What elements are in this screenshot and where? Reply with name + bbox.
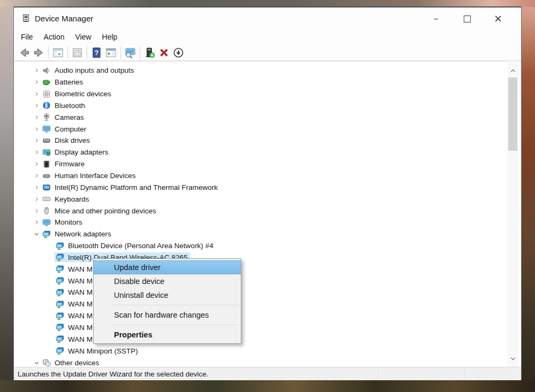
tree-item-content[interactable]: Network adapters: [41, 229, 113, 239]
tree-item[interactable]: Cameras: [14, 111, 506, 123]
tree-item-content[interactable]: Computer: [41, 124, 88, 134]
tree-item[interactable]: Computer: [14, 123, 506, 135]
chevron-right-icon[interactable]: [32, 101, 41, 110]
close-button[interactable]: ×: [483, 7, 514, 29]
context-menu-uninstall-device[interactable]: Uninstall device: [94, 288, 241, 302]
tree-item-content[interactable]: Bluetooth: [41, 101, 87, 110]
tree-item-content[interactable]: Bluetooth Device (Personal Area Network)…: [55, 241, 216, 251]
tree-item[interactable]: Disk drives: [14, 135, 506, 147]
tree-item[interactable]: Biometric devices: [14, 88, 506, 100]
properties-icon[interactable]: [70, 45, 85, 60]
action-pane-icon[interactable]: [104, 45, 118, 60]
tree-item-content[interactable]: Firmware: [41, 159, 87, 169]
tree-item-content[interactable]: Human Interface Devices: [41, 171, 138, 181]
tree-item[interactable]: Bluetooth: [14, 100, 506, 112]
tree-item[interactable]: Bluetooth Device (Personal Area Network)…: [14, 240, 506, 252]
vertical-scrollbar[interactable]: [507, 61, 518, 367]
uninstall-device-icon[interactable]: [157, 45, 171, 60]
context-menu-update-driver[interactable]: Update driver: [94, 260, 241, 274]
tree-item-content[interactable]: WAN M: [55, 311, 95, 321]
tree-item[interactable]: WAN Miniport (SSTP): [14, 345, 506, 357]
chevron-right-icon[interactable]: [32, 218, 41, 227]
chevron-right-icon[interactable]: [32, 89, 41, 99]
context-menu-separator: [113, 325, 239, 325]
network-device-icon: [56, 335, 65, 343]
tree-item[interactable]: Display adapters: [14, 147, 506, 158]
tree-item-content[interactable]: Display adapters: [41, 148, 111, 157]
tree-item-content[interactable]: Monitors: [41, 218, 85, 227]
tree-item[interactable]: Intel(R) Dual Band Wireless-AC 8265: [14, 252, 506, 264]
tree-item-content[interactable]: WAN M: [55, 322, 95, 332]
tree-item-label: Network adapters: [55, 230, 111, 238]
back-icon[interactable]: [17, 45, 32, 60]
disable-device-icon[interactable]: [171, 45, 186, 60]
keyboard-device-icon: [42, 195, 51, 203]
chevron-right-icon[interactable]: [32, 148, 41, 157]
tree-item[interactable]: WAN M: [14, 333, 506, 345]
tree-item[interactable]: Firmware: [14, 158, 506, 170]
tree-item-content[interactable]: Mice and other pointing devices: [41, 206, 158, 216]
computer-device-icon: [42, 218, 51, 227]
tree-item-content[interactable]: WAN M: [55, 276, 95, 286]
chevron-right-icon[interactable]: [32, 206, 41, 216]
chevron-right-icon[interactable]: [32, 171, 41, 181]
update-driver-icon[interactable]: [142, 45, 157, 60]
tree-item[interactable]: WAN M: [14, 298, 506, 310]
menu-view[interactable]: View: [70, 30, 96, 43]
forward-icon[interactable]: [32, 45, 46, 60]
tree-item[interactable]: Human Interface Devices: [14, 170, 506, 182]
chevron-right-icon[interactable]: [32, 159, 41, 169]
disk-device-icon: [42, 136, 51, 145]
context-menu-properties[interactable]: Properties: [94, 328, 241, 342]
tree-item-content[interactable]: Batteries: [41, 78, 85, 87]
help-icon[interactable]: ?: [89, 45, 104, 60]
tree-item-content[interactable]: Disk drives: [41, 136, 92, 145]
chevron-right-icon[interactable]: [32, 78, 41, 87]
menu-help[interactable]: Help: [97, 30, 123, 43]
tree-item-content[interactable]: Keyboards: [41, 194, 91, 204]
tree-item[interactable]: Network adapters: [14, 228, 506, 240]
tree-item-content[interactable]: WAN Miniport (SSTP): [55, 346, 140, 356]
chevron-right-icon[interactable]: [32, 136, 41, 145]
tree-item-content[interactable]: Biometric devices: [41, 89, 113, 99]
tree-item-content[interactable]: ?Other devices: [41, 358, 101, 367]
tree-item[interactable]: WAN M: [14, 322, 506, 334]
tree-item[interactable]: ?Other devices: [14, 357, 506, 367]
menu-file[interactable]: File: [16, 30, 39, 43]
tree-item[interactable]: WAN M: [14, 287, 506, 298]
tree-item-label: WAN M: [68, 288, 93, 296]
chevron-right-icon[interactable]: [32, 194, 41, 204]
scroll-down-icon[interactable]: [507, 353, 518, 364]
tree-item[interactable]: Intel(R) Dynamic Platform and Thermal Fr…: [14, 181, 506, 193]
context-menu-scan-for-hardware-changes[interactable]: Scan for hardware changes: [94, 308, 241, 322]
tree-item[interactable]: Monitors: [14, 217, 506, 228]
tree-item-content[interactable]: WAN M: [55, 264, 95, 274]
tree-item[interactable]: Batteries: [14, 76, 506, 88]
tree-item[interactable]: Keyboards: [14, 193, 506, 205]
context-menu-disable-device[interactable]: Disable device: [94, 274, 241, 288]
scan-for-hardware-changes-icon[interactable]: [123, 45, 137, 60]
tree-item-content[interactable]: WAN M: [55, 299, 95, 309]
tree-item[interactable]: WAN M: [14, 263, 506, 275]
console-tree-icon[interactable]: [51, 45, 65, 60]
chevron-right-icon[interactable]: [32, 66, 41, 75]
scroll-up-icon[interactable]: [507, 65, 518, 76]
menu-action[interactable]: Action: [39, 30, 70, 43]
chevron-right-icon[interactable]: [32, 112, 41, 122]
chevron-right-icon[interactable]: [32, 124, 41, 134]
tree-item-content[interactable]: Cameras: [41, 112, 86, 122]
scrollbar-thumb[interactable]: [508, 78, 517, 151]
chevron-down-icon[interactable]: [32, 229, 41, 239]
maximize-button[interactable]: □: [452, 7, 483, 29]
tree-item-content[interactable]: WAN M: [55, 288, 95, 297]
tree-item[interactable]: WAN M: [14, 310, 506, 322]
tree-item-content[interactable]: Audio inputs and outputs: [41, 66, 136, 75]
minimize-button[interactable]: –: [421, 7, 452, 29]
chevron-right-icon[interactable]: [32, 182, 41, 192]
tree-item[interactable]: WAN M: [14, 275, 506, 287]
tree-item-content[interactable]: WAN M: [55, 334, 95, 344]
tree-item-content[interactable]: Intel(R) Dynamic Platform and Thermal Fr…: [41, 182, 220, 192]
chevron-down-icon[interactable]: [32, 358, 41, 367]
tree-item[interactable]: Audio inputs and outputs: [14, 65, 506, 76]
tree-item[interactable]: Mice and other pointing devices: [14, 205, 506, 217]
